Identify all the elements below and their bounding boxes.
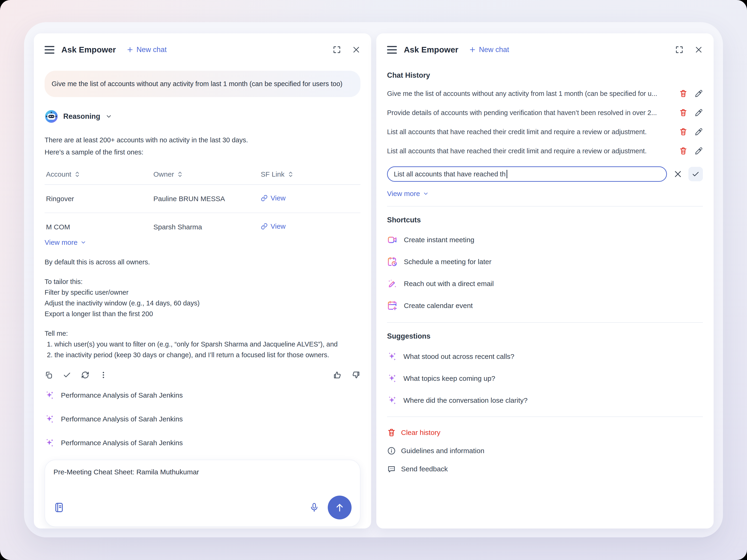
- sf-view-link[interactable]: View: [261, 222, 285, 230]
- expand-icon[interactable]: [675, 45, 684, 54]
- message-actions: [45, 371, 360, 379]
- divider: [387, 322, 703, 323]
- history-item[interactable]: List all accounts that have reached thei…: [387, 147, 703, 155]
- history-edit-input[interactable]: List all accounts that have reached th: [387, 166, 667, 182]
- table-row: Ringover Pauline BRUN MESSA View: [45, 185, 360, 213]
- sf-view-link[interactable]: View: [261, 194, 285, 202]
- copy-icon[interactable]: [45, 371, 53, 379]
- suggestion-item[interactable]: Where did the conversation lose clarity?: [387, 394, 703, 407]
- sort-icon: [75, 171, 80, 178]
- confirm-edit-button[interactable]: [688, 167, 703, 181]
- composer-draft-text[interactable]: Pre-Meeting Cheat Sheet: Ramila Muthukum…: [53, 468, 352, 476]
- panel-footer: Clear history Guidelines and information…: [387, 426, 703, 481]
- chevron-down-icon: [423, 191, 429, 197]
- shortcuts-title: Shortcuts: [387, 216, 703, 224]
- delete-icon[interactable]: [679, 89, 688, 98]
- trash-icon: [387, 428, 396, 437]
- cell-account: Ringover: [45, 185, 152, 213]
- history-item[interactable]: Provide details of accounts with pending…: [387, 108, 703, 117]
- shortcut-schedule-meeting[interactable]: Schedule a meeting for later: [387, 255, 703, 269]
- close-icon[interactable]: [694, 46, 703, 54]
- suggestion-item[interactable]: What stood out across recent calls?: [387, 350, 703, 363]
- accounts-table-header-row: Account Owner SF Link: [45, 170, 360, 185]
- regenerate-icon[interactable]: [81, 371, 89, 379]
- answer-paragraph: Filter by specific user/owner: [45, 287, 360, 298]
- clear-history-button[interactable]: Clear history: [387, 426, 703, 439]
- suggestion-item[interactable]: What topics keep coming up?: [387, 372, 703, 385]
- more-options-icon[interactable]: [99, 371, 108, 379]
- suggestions-list: What stood out across recent calls? What…: [387, 350, 703, 416]
- sparkle-icon: [387, 351, 397, 362]
- history-item[interactable]: Give me the list of accounts without any…: [387, 89, 703, 98]
- delete-icon[interactable]: [679, 128, 688, 136]
- shortcut-create-instant-meeting[interactable]: Create instant meeting: [387, 233, 703, 247]
- answer-list-item: 1. which user(s) you want to filter on (…: [45, 339, 360, 349]
- cancel-edit-icon[interactable]: [673, 170, 682, 179]
- message-composer[interactable]: Pre-Meeting Cheat Sheet: Ramila Muthukum…: [45, 460, 360, 527]
- feedback-icon: [387, 464, 396, 474]
- arrow-up-icon: [334, 502, 345, 513]
- history-item[interactable]: List all accounts that have reached thei…: [387, 128, 703, 136]
- history-panel-header: Ask Empower New chat: [387, 37, 703, 63]
- chat-history-list: Give me the list of accounts without any…: [387, 89, 703, 166]
- new-chat-button[interactable]: New chat: [469, 46, 509, 54]
- send-feedback-button[interactable]: Send feedback: [387, 463, 703, 475]
- delete-icon[interactable]: [679, 108, 688, 117]
- followup-item[interactable]: Performance Analysis of Sarah Jenkins: [45, 436, 360, 450]
- thumbs-up-icon[interactable]: [333, 371, 342, 379]
- answer-paragraph: By default this is across all owners.: [45, 257, 360, 267]
- column-header-account[interactable]: Account: [45, 170, 152, 185]
- column-header-sf-link[interactable]: SF Link: [259, 170, 360, 185]
- link-icon: [261, 223, 268, 230]
- check-icon[interactable]: [63, 371, 71, 379]
- menu-icon[interactable]: [387, 46, 397, 54]
- followup-item[interactable]: Performance Analysis of Sarah Jenkins: [45, 412, 360, 426]
- sort-icon: [177, 171, 183, 178]
- table-view-more-link[interactable]: View more: [45, 238, 86, 246]
- shortcut-create-calendar-event[interactable]: Create calendar event: [387, 299, 703, 313]
- close-icon[interactable]: [352, 46, 360, 54]
- calendar-clock-icon: [387, 257, 398, 267]
- edit-icon[interactable]: [694, 147, 703, 155]
- plus-icon: [469, 46, 476, 53]
- sparkle-icon: [45, 438, 55, 448]
- info-icon: [387, 446, 396, 455]
- chevron-down-icon: [105, 113, 112, 120]
- followup-item[interactable]: Performance Analysis of Sarah Jenkins: [45, 388, 360, 402]
- edit-icon[interactable]: [694, 89, 703, 98]
- user-message-text: Give me the list of accounts without any…: [52, 80, 342, 87]
- new-chat-button[interactable]: New chat: [126, 46, 167, 54]
- edit-icon[interactable]: [694, 108, 703, 117]
- thumbs-down-icon[interactable]: [352, 371, 360, 379]
- answer-paragraph: Tell me:: [45, 328, 360, 339]
- column-header-owner[interactable]: Owner: [152, 170, 259, 185]
- new-chat-label: New chat: [479, 46, 509, 54]
- assistant-widgets-card: Ask Empower New chat Give me the list of…: [24, 22, 723, 537]
- sparkle-icon: [387, 395, 397, 405]
- edit-icon[interactable]: [694, 128, 703, 136]
- shortcut-direct-email[interactable]: Reach out with a direct email: [387, 277, 703, 291]
- answer-body: By default this is across all owners. To…: [45, 257, 360, 360]
- reasoning-toggle[interactable]: Reasoning: [45, 110, 360, 123]
- send-button[interactable]: [328, 496, 352, 519]
- delete-icon[interactable]: [679, 147, 688, 155]
- link-icon: [261, 195, 268, 202]
- divider: [387, 417, 703, 417]
- expand-icon[interactable]: [332, 45, 341, 54]
- menu-icon[interactable]: [45, 46, 54, 54]
- cell-owner: Pauline BRUN MESSA: [152, 185, 259, 213]
- app-screen: Ask Empower New chat Give me the list of…: [0, 0, 747, 560]
- attach-notes-icon[interactable]: [53, 502, 65, 513]
- guidelines-button[interactable]: Guidelines and information: [387, 445, 703, 457]
- mic-icon[interactable]: [309, 502, 319, 513]
- history-panel: Ask Empower New chat Chat History Give m…: [376, 33, 714, 529]
- answer-list-item: 2. the inactivity period (keep 30 days o…: [45, 349, 360, 360]
- history-view-more-link[interactable]: View more: [387, 190, 429, 197]
- table-row: M COM Sparsh Sharma View: [45, 213, 360, 238]
- cell-owner: Sparsh Sharma: [152, 213, 259, 238]
- reasoning-label: Reasoning: [63, 112, 100, 121]
- divider: [387, 206, 703, 207]
- followup-suggestions: Performance Analysis of Sarah Jenkins Pe…: [45, 388, 360, 460]
- shortcuts-list: Create instant meeting Schedule a meetin…: [387, 233, 703, 321]
- chat-panel-header: Ask Empower New chat: [45, 37, 360, 63]
